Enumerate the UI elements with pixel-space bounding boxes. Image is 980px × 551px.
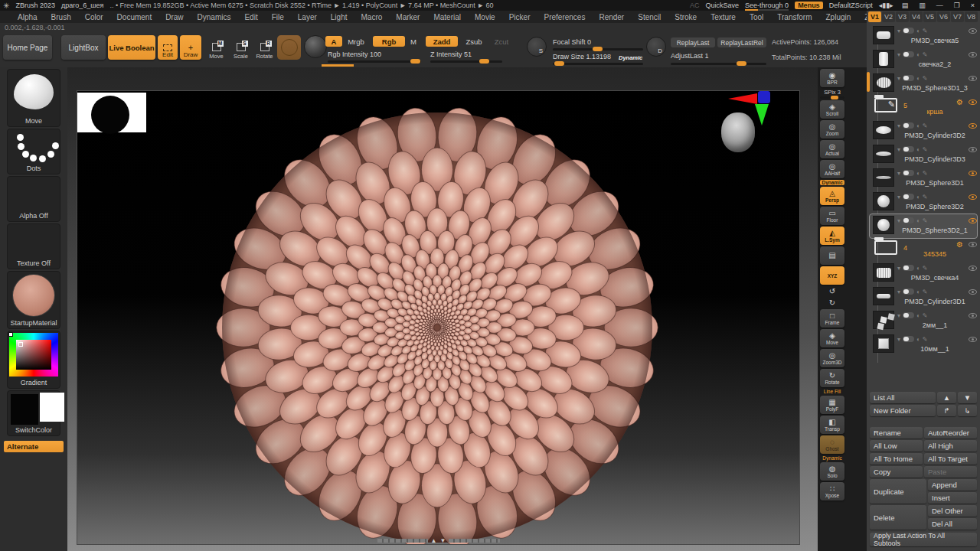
subtool-folder-345345[interactable]: 4⚙345345 [870, 238, 977, 262]
list-all-button[interactable]: List All [870, 392, 936, 403]
menu-edit[interactable]: Edit [237, 13, 264, 21]
menu-dynamics[interactable]: Dynamics [191, 13, 238, 21]
current-material-button[interactable] [304, 35, 327, 58]
focal-shift-slider[interactable] [553, 48, 643, 51]
chevron-down-icon[interactable]: ▾ [897, 51, 900, 58]
crescent-icon[interactable]: ◐ [916, 194, 920, 201]
move-down-button[interactable]: ▼ [958, 392, 977, 403]
subtool-item-pm3d-свечка5[interactable]: ▾◐✎PM3D_свечка5 [870, 24, 977, 48]
pen-icon[interactable]: ✎ [923, 194, 928, 201]
adjust-last-slider[interactable] [671, 63, 766, 65]
scroll-down-icon[interactable]: ▼ [440, 537, 446, 544]
rgb-intensity-thumb[interactable] [410, 59, 420, 64]
canvas-area[interactable]: ▲ ▼ [67, 67, 818, 551]
crescent-icon[interactable]: ◐ [916, 28, 920, 34]
crescent-icon[interactable]: ◐ [916, 75, 920, 82]
scroll-up-icon[interactable]: ▲ [431, 537, 437, 544]
append-button[interactable]: Append [928, 479, 977, 491]
new-folder-button[interactable]: New Folder [870, 405, 936, 416]
lightbox-button[interactable]: LightBox [61, 35, 106, 60]
z-intensity-thumb[interactable] [479, 59, 489, 64]
paste-button[interactable]: Paste [924, 466, 977, 478]
tray-item-move[interactable]: Move [7, 69, 60, 127]
menu-alpha[interactable]: Alpha [11, 13, 44, 21]
menu-stroke[interactable]: Stroke [668, 13, 704, 21]
alternate-button[interactable]: Alternate [4, 441, 64, 452]
chevron-down-icon[interactable]: ▾ [897, 146, 900, 153]
rotate-button[interactable]: ↻Rotate [820, 369, 844, 387]
move-in-folder-button[interactable]: ↳ [958, 405, 977, 416]
subtool-item-pm3d-cylinder3d2[interactable]: ▾◐✎PM3D_Cylinder3D2 [870, 119, 977, 143]
view-tab-v4[interactable]: V4 [910, 11, 923, 22]
polypaint-toggle-icon[interactable] [903, 28, 914, 34]
eye-icon[interactable] [969, 99, 977, 105]
rotate-button[interactable]: R Rotate [255, 35, 274, 60]
polypaint-toggle-icon[interactable] [903, 194, 914, 200]
spin-cw-icon-button[interactable]: ↻ [820, 298, 844, 308]
pen-icon[interactable]: ✎ [923, 170, 928, 177]
pen-icon[interactable]: ✎ [923, 146, 928, 153]
pen-icon[interactable]: ✎ [923, 217, 928, 224]
polypaint-toggle-icon[interactable] [903, 217, 914, 223]
eye-icon[interactable] [969, 218, 977, 223]
tray-item-startupmaterial[interactable]: StartupMaterial [7, 271, 60, 329]
transp-button[interactable]: ◧Transp [820, 416, 844, 434]
eye-icon[interactable] [969, 194, 977, 200]
rgb-intensity-slider[interactable] [328, 60, 421, 63]
s-dial[interactable]: S [527, 37, 547, 57]
quicksave-button[interactable]: QuickSave [706, 2, 740, 9]
draw-size-slider[interactable] [553, 63, 643, 65]
subtool-item-10мм-1[interactable]: ▾◐✎10мм__1 [870, 333, 977, 357]
canvas-scrollbar[interactable]: ▲ ▼ [377, 537, 500, 544]
duplicate-button[interactable]: Duplicate [870, 479, 926, 504]
restore-button[interactable]: ❐ [952, 2, 962, 9]
all-to-target-button[interactable]: All To Target [924, 453, 977, 465]
tray-item-gradient[interactable]: Gradient [7, 331, 60, 389]
spix-track[interactable] [820, 96, 844, 99]
gear-icon[interactable]: ⚙ [956, 240, 963, 249]
live-boolean-button[interactable]: Live Boolean [108, 35, 155, 60]
home-page-button[interactable]: Home Page [3, 35, 52, 60]
subtool-item-pm3d-свечка4[interactable]: ▾◐✎PM3D_свечка4 [870, 262, 977, 285]
minimize-button[interactable]: — [934, 2, 946, 9]
crescent-icon[interactable]: ◐ [916, 51, 920, 58]
eye-icon[interactable] [969, 147, 977, 152]
crescent-icon[interactable]: ◐ [916, 312, 920, 319]
eye-icon[interactable] [969, 313, 977, 318]
tray-item-switchcolor[interactable]: SwitchColor [7, 390, 60, 436]
sv-square-icon[interactable] [16, 340, 51, 370]
aahalf-button[interactable]: ◎AAHalf [820, 160, 844, 178]
menu-transform[interactable]: Transform [770, 13, 818, 21]
view-tab-v7[interactable]: V7 [951, 11, 964, 22]
bpr-button[interactable]: ◉BPR [820, 69, 844, 87]
current-brush-button[interactable] [277, 35, 301, 60]
crescent-icon[interactable]: ◐ [916, 265, 920, 272]
zoom-button[interactable]: ◎Zoom [820, 120, 844, 139]
focal-shift-thumb[interactable] [593, 47, 603, 51]
z-intensity-slider[interactable] [430, 60, 502, 63]
chevron-down-icon[interactable]: ▾ [897, 28, 900, 34]
persp-button[interactable]: ◬Persp [820, 187, 844, 205]
copy-button[interactable]: Copy [870, 466, 923, 478]
menu-layer[interactable]: Layer [291, 13, 324, 21]
subtool-item-pm3d-sphere3d1[interactable]: ▾◐✎PM3D_Sphere3D1 [870, 167, 977, 191]
menu-zplugin[interactable]: Zplugin [819, 13, 858, 21]
floor-button[interactable]: ▭Floor [820, 207, 844, 225]
polypaint-toggle-icon[interactable] [903, 336, 914, 342]
camera-orientation-gizmo[interactable] [721, 112, 755, 152]
pen-icon[interactable]: ✎ [923, 75, 928, 82]
zoom3d-button[interactable]: ◎Zoom3D [820, 349, 844, 367]
frame-button[interactable]: □Frame [820, 309, 844, 328]
tray-item-dots[interactable]: Dots [7, 129, 60, 174]
crescent-icon[interactable]: ◐ [916, 289, 920, 295]
chevron-down-icon[interactable]: ▾ [897, 289, 900, 295]
move-button[interactable]: M Move [207, 35, 226, 60]
eye-icon[interactable] [969, 289, 977, 295]
subtool-item-свечка2-2[interactable]: ▾◐✎свечка2_2 [870, 48, 977, 72]
menu-picker[interactable]: Picker [502, 13, 537, 21]
eye-icon[interactable] [969, 123, 977, 129]
sculpted-sphere-model[interactable] [77, 91, 800, 545]
zsub-button[interactable]: Zsub [460, 36, 488, 47]
all-low-button[interactable]: All Low [870, 440, 923, 452]
rgb-button[interactable]: Rgb [373, 36, 405, 47]
